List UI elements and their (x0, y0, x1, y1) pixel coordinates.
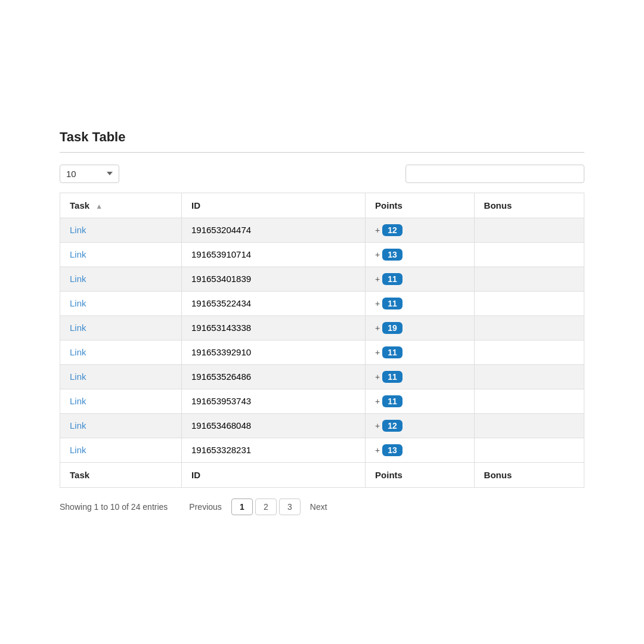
cell-id: 191653910714 (182, 242, 366, 267)
cell-id: 191653522434 (182, 291, 366, 315)
col-footer-bonus: Bonus (474, 462, 584, 487)
table-row: Link191653204474+12 (60, 218, 584, 242)
task-link[interactable]: Link (70, 396, 86, 406)
task-table: Task ▲ ID Points Bonus Link191653204474+… (60, 193, 584, 488)
col-header-bonus: Bonus (474, 193, 584, 218)
cell-points: +12 (366, 218, 474, 242)
table-footer-row: Task ID Points Bonus (60, 462, 584, 487)
cell-points: +11 (366, 340, 474, 364)
table-row: Link191653392910+11 (60, 340, 584, 364)
page-1-button[interactable]: 1 (231, 499, 253, 515)
cell-id: 191653328231 (182, 438, 366, 462)
points-badge: 12 (382, 420, 402, 432)
points-badge: 19 (382, 322, 402, 334)
cell-id: 191653526486 (182, 364, 366, 389)
cell-points: +12 (366, 413, 474, 438)
col-header-task: Task ▲ (60, 193, 182, 218)
points-badge: 13 (382, 444, 402, 456)
previous-button[interactable]: Previous (182, 499, 228, 515)
task-link[interactable]: Link (70, 371, 86, 382)
cell-bonus (474, 242, 584, 267)
cell-id: 191653468048 (182, 413, 366, 438)
col-footer-points: Points (366, 462, 474, 487)
table-header-row: Task ▲ ID Points Bonus (60, 193, 584, 218)
cell-bonus (474, 389, 584, 413)
table-row: Link191653953743+11 (60, 389, 584, 413)
next-button[interactable]: Next (303, 499, 335, 515)
cell-points: +19 (366, 315, 474, 340)
task-link[interactable]: Link (70, 274, 86, 284)
cell-bonus (474, 438, 584, 462)
sort-icon[interactable]: ▲ (95, 202, 103, 210)
cell-task: Link (60, 413, 182, 438)
page-title: Task Table (60, 129, 584, 145)
table-row: Link191653328231+13 (60, 438, 584, 462)
table-row: Link191653522434+11 (60, 291, 584, 315)
col-footer-id: ID (182, 462, 366, 487)
task-link[interactable]: Link (70, 298, 86, 308)
cell-task: Link (60, 315, 182, 340)
task-link[interactable]: Link (70, 249, 86, 259)
cell-id: 191653392910 (182, 340, 366, 364)
cell-bonus (474, 315, 584, 340)
points-badge: 12 (382, 224, 402, 236)
task-link[interactable]: Link (70, 323, 86, 333)
cell-id: 191653143338 (182, 315, 366, 340)
points-badge: 11 (382, 346, 402, 358)
cell-task: Link (60, 364, 182, 389)
cell-points: +13 (366, 438, 474, 462)
title-divider (60, 152, 584, 153)
cell-task: Link (60, 438, 182, 462)
cell-task: Link (60, 267, 182, 291)
cell-task: Link (60, 291, 182, 315)
cell-bonus (474, 340, 584, 364)
cell-bonus (474, 413, 584, 438)
table-row: Link191653910714+13 (60, 242, 584, 267)
table-row: Link191653401839+11 (60, 267, 584, 291)
showing-info: Showing 1 to 10 of 24 entries (60, 502, 168, 512)
page-2-button[interactable]: 2 (255, 499, 277, 515)
main-container: Task Table 102550100 Task ▲ ID Points Bo… (48, 112, 596, 533)
task-link[interactable]: Link (70, 225, 86, 235)
cell-task: Link (60, 340, 182, 364)
col-header-points: Points (366, 193, 474, 218)
cell-points: +11 (366, 389, 474, 413)
cell-bonus (474, 291, 584, 315)
cell-bonus (474, 267, 584, 291)
col-footer-task: Task (60, 462, 182, 487)
cell-points: +13 (366, 242, 474, 267)
cell-task: Link (60, 218, 182, 242)
task-link[interactable]: Link (70, 347, 86, 357)
task-link[interactable]: Link (70, 445, 86, 455)
cell-points: +11 (366, 364, 474, 389)
table-row: Link191653143338+19 (60, 315, 584, 340)
cell-task: Link (60, 242, 182, 267)
table-body: Link191653204474+12Link191653910714+13Li… (60, 218, 584, 462)
cell-id: 191653204474 (182, 218, 366, 242)
entries-select[interactable]: 102550100 (60, 165, 119, 183)
page-3-button[interactable]: 3 (279, 499, 301, 515)
task-link[interactable]: Link (70, 420, 86, 431)
search-input[interactable] (405, 165, 584, 183)
points-badge: 11 (382, 371, 402, 383)
points-badge: 11 (382, 395, 402, 407)
table-row: Link191653526486+11 (60, 364, 584, 389)
cell-id: 191653953743 (182, 389, 366, 413)
points-badge: 13 (382, 249, 402, 261)
cell-points: +11 (366, 267, 474, 291)
table-footer-bar: Showing 1 to 10 of 24 entries Previous 1… (60, 499, 584, 515)
cell-task: Link (60, 389, 182, 413)
cell-points: +11 (366, 291, 474, 315)
pagination: Previous 1 2 3 Next (182, 499, 334, 515)
points-badge: 11 (382, 298, 402, 309)
cell-bonus (474, 364, 584, 389)
points-badge: 11 (382, 273, 402, 285)
cell-bonus (474, 218, 584, 242)
col-header-task-label: Task (70, 200, 89, 210)
col-header-id: ID (182, 193, 366, 218)
table-row: Link191653468048+12 (60, 413, 584, 438)
toolbar: 102550100 (60, 165, 584, 183)
cell-id: 191653401839 (182, 267, 366, 291)
